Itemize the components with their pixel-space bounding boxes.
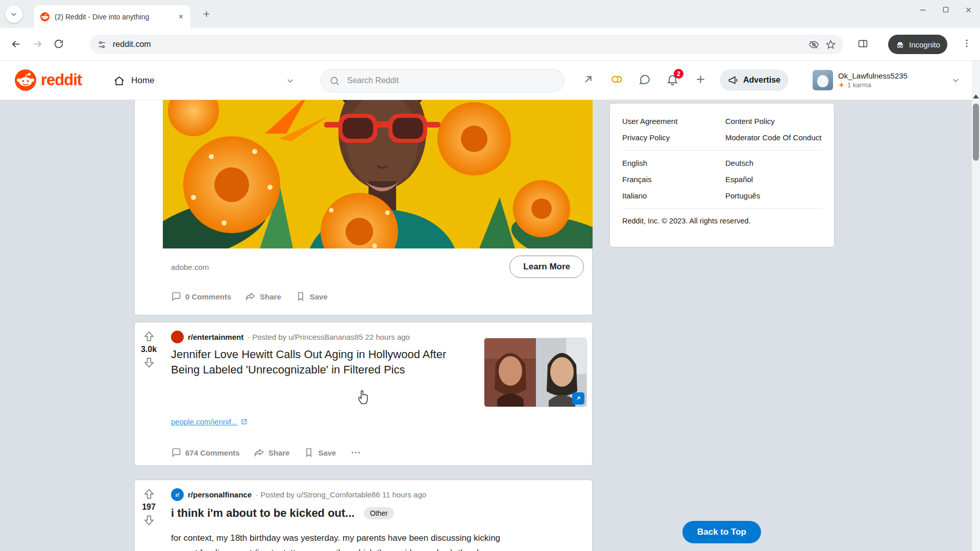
home-icon bbox=[113, 75, 125, 87]
ad-save-label: Save bbox=[310, 292, 328, 301]
page-scrollbar[interactable] bbox=[972, 61, 980, 551]
browser-menu-icon[interactable] bbox=[962, 38, 972, 48]
body-line: for context, my 18th birthday was yester… bbox=[171, 533, 500, 543]
post-outbound-link[interactable]: people.com/jennif... bbox=[171, 417, 248, 426]
karma-label: 1 karma bbox=[847, 81, 871, 89]
user-avatar bbox=[813, 70, 833, 90]
reddit-header: reddit Home 2 Ad bbox=[0, 61, 980, 100]
upvote-icon[interactable] bbox=[142, 330, 156, 343]
downvote-icon[interactable] bbox=[142, 356, 156, 369]
scrollbar-up-arrow[interactable] bbox=[973, 94, 979, 98]
post-overflow-button[interactable] bbox=[350, 447, 361, 458]
ad-comments-button[interactable]: 0 Comments bbox=[171, 291, 231, 302]
search-icon bbox=[329, 76, 340, 86]
language-english[interactable]: English bbox=[622, 159, 725, 167]
chevron-down-icon bbox=[285, 76, 295, 86]
mouse-cursor bbox=[355, 388, 372, 405]
post-meta: · Posted by u/Strong_Comfortable86 11 ho… bbox=[256, 490, 426, 499]
link-user-agreement[interactable]: User Agreement bbox=[622, 117, 725, 126]
post-meta: · Posted by u/PrincessBananas85 22 hours… bbox=[248, 333, 410, 341]
post-thumbnail[interactable] bbox=[484, 338, 587, 407]
window-controls bbox=[918, 5, 973, 14]
back-icon[interactable] bbox=[10, 38, 22, 50]
comment-icon bbox=[171, 291, 181, 302]
bookmark-icon bbox=[304, 447, 314, 458]
close-window-icon[interactable] bbox=[964, 6, 973, 14]
scrollbar-thumb[interactable] bbox=[973, 104, 979, 161]
post-share-button[interactable]: Share bbox=[254, 447, 290, 458]
search-input[interactable] bbox=[346, 76, 556, 86]
post-title[interactable]: i think i'm about to be kicked out... bbox=[171, 506, 355, 521]
url-text[interactable]: reddit.com bbox=[113, 40, 802, 49]
browser-tab[interactable]: (2) Reddit - Dive into anything bbox=[34, 5, 190, 28]
thumbnail-image bbox=[484, 338, 587, 407]
incognito-label: Incognito bbox=[909, 40, 940, 49]
preview-hidden-icon[interactable] bbox=[808, 39, 819, 50]
comment-icon bbox=[171, 447, 181, 458]
post-comments-button[interactable]: 674 Comments bbox=[171, 447, 240, 458]
tab-close-icon[interactable] bbox=[178, 13, 184, 20]
reddit-logo[interactable]: reddit bbox=[14, 69, 82, 91]
share-label: Share bbox=[268, 448, 290, 457]
notifications-icon[interactable]: 2 bbox=[666, 73, 679, 86]
ad-image[interactable] bbox=[163, 100, 593, 248]
subreddit-name[interactable]: r/personalfinance bbox=[188, 490, 252, 499]
coins-icon[interactable] bbox=[610, 73, 623, 86]
username: Ok_Lawfulness5235 bbox=[838, 71, 908, 81]
popular-icon[interactable] bbox=[582, 73, 595, 86]
minimize-icon[interactable] bbox=[918, 5, 927, 14]
site-settings-icon[interactable] bbox=[97, 40, 107, 49]
browser-toolbar: reddit.com Incognito bbox=[0, 28, 980, 61]
share-icon bbox=[246, 291, 256, 302]
post-flair[interactable]: Other bbox=[364, 507, 394, 519]
bookmark-star-icon[interactable] bbox=[825, 39, 836, 50]
downvote-icon[interactable] bbox=[142, 514, 156, 527]
language-portugues[interactable]: Português bbox=[725, 191, 822, 200]
incognito-badge: Incognito bbox=[888, 35, 947, 54]
forward-icon[interactable] bbox=[32, 38, 43, 50]
side-panel-icon[interactable] bbox=[857, 38, 868, 49]
advertise-button[interactable]: Advertise bbox=[720, 69, 789, 91]
promoted-post-card[interactable]: adobe.com Learn More 0 Comments Share Sa… bbox=[134, 100, 593, 315]
post-save-button[interactable]: Save bbox=[304, 447, 336, 458]
learn-more-button[interactable]: Learn More bbox=[509, 256, 584, 278]
external-link-badge bbox=[572, 392, 584, 405]
tab-title: (2) Reddit - Dive into anything bbox=[55, 13, 173, 21]
language-deutsch[interactable]: Deutsch bbox=[725, 159, 822, 167]
save-label: Save bbox=[318, 448, 336, 457]
create-post-icon[interactable] bbox=[694, 73, 707, 86]
link-privacy-policy[interactable]: Privacy Policy bbox=[622, 133, 725, 142]
user-menu[interactable]: Ok_Lawfulness5235 1 karma bbox=[813, 68, 961, 92]
link-content-policy[interactable]: Content Policy bbox=[725, 117, 822, 126]
link-text: people.com/jennif... bbox=[171, 417, 237, 426]
vote-count: 3.0k bbox=[141, 345, 157, 354]
reload-icon[interactable] bbox=[53, 38, 64, 49]
address-bar[interactable]: reddit.com bbox=[90, 35, 843, 54]
community-nav-dropdown[interactable]: Home bbox=[113, 70, 295, 91]
search-bar[interactable] bbox=[321, 69, 565, 92]
tab-search-button[interactable] bbox=[5, 6, 22, 23]
incognito-icon bbox=[895, 40, 905, 49]
advertise-label: Advertise bbox=[743, 76, 780, 85]
ad-source[interactable]: adobe.com bbox=[171, 263, 209, 271]
nav-current-label: Home bbox=[131, 76, 154, 86]
subreddit-name[interactable]: r/entertainment bbox=[188, 333, 243, 341]
language-espanol[interactable]: Español bbox=[725, 175, 822, 184]
post-card-personalfinance[interactable]: 197 r/ r/personalfinance · Posted by u/S… bbox=[134, 480, 593, 551]
maximize-icon[interactable] bbox=[942, 6, 950, 14]
ad-save-button[interactable]: Save bbox=[296, 291, 328, 302]
language-francais[interactable]: Français bbox=[622, 175, 725, 184]
chat-icon[interactable] bbox=[638, 73, 651, 86]
post-title[interactable]: Jennifer Love Hewitt Calls Out Aging in … bbox=[171, 347, 477, 378]
subreddit-avatar[interactable] bbox=[171, 331, 184, 343]
footer-sidebar: User Agreement Content Policy Privacy Po… bbox=[609, 103, 835, 247]
new-tab-button[interactable] bbox=[202, 9, 211, 19]
back-to-top-button[interactable]: Back to Top bbox=[682, 521, 761, 543]
upvote-icon[interactable] bbox=[142, 487, 156, 500]
subreddit-avatar[interactable]: r/ bbox=[171, 488, 184, 501]
link-moderator-code[interactable]: Moderator Code Of Conduct bbox=[725, 133, 822, 142]
language-italiano[interactable]: Italiano bbox=[622, 191, 725, 200]
post-body[interactable]: for context, my 18th birthday was yester… bbox=[171, 531, 574, 551]
chevron-down-icon bbox=[9, 10, 18, 19]
ad-share-button[interactable]: Share bbox=[246, 291, 281, 302]
